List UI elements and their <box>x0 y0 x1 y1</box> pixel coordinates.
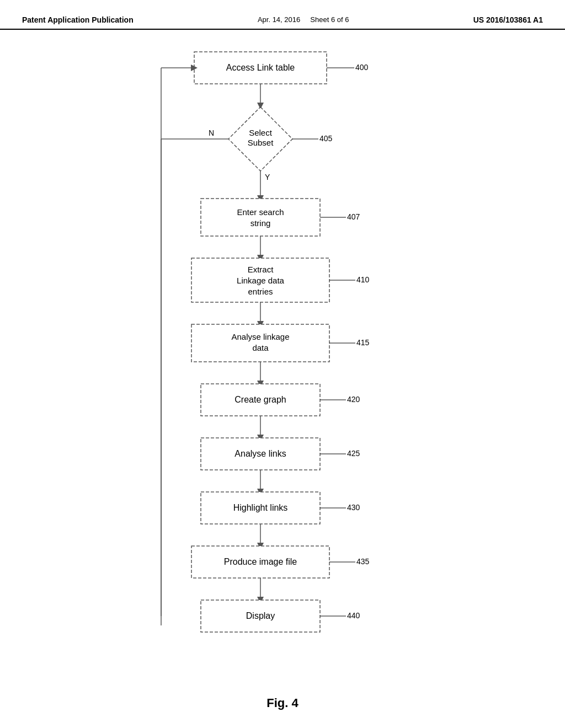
node-405-label-line1: Select <box>249 128 273 137</box>
ref-405: 405 <box>319 134 333 143</box>
node-400-label: Access Link table <box>226 63 295 72</box>
node-430-label: Highlight links <box>233 503 288 512</box>
y-label: Y <box>265 173 270 181</box>
ref-410: 410 <box>356 275 370 284</box>
node-410-label-3: entries <box>248 287 273 296</box>
node-410-label-1: Extract <box>248 265 274 274</box>
node-425-label: Analyse links <box>234 449 286 458</box>
ref-407: 407 <box>347 212 360 221</box>
ref-400: 400 <box>355 63 369 72</box>
ref-440: 440 <box>347 611 360 620</box>
node-410-label-2: Linkage data <box>237 276 285 285</box>
header-date: Apr. 14, 2016 <box>258 15 300 24</box>
node-435-label: Produce image file <box>224 557 297 566</box>
node-407-box <box>201 199 320 236</box>
header-sheet: Sheet 6 of 6 <box>310 15 349 24</box>
ref-425: 425 <box>347 449 360 458</box>
node-407-label-1: Enter search <box>237 207 284 217</box>
header: Patent Application Publication Apr. 14, … <box>0 0 565 30</box>
header-center: Apr. 14, 2016 Sheet 6 of 6 <box>258 15 349 24</box>
node-407-label-2: string <box>250 218 271 228</box>
node-420-label: Create graph <box>234 395 286 404</box>
ref-420: 420 <box>347 395 360 404</box>
ref-415: 415 <box>356 338 370 347</box>
node-405-label-line2: Subset <box>248 138 274 147</box>
figure-caption: Fig. 4 <box>0 696 565 710</box>
ref-430: 430 <box>347 503 360 512</box>
ref-435: 435 <box>356 557 370 566</box>
flowchart-svg: Access Link table 400 Select Subset 405 … <box>95 46 470 686</box>
node-415-label-2: data <box>252 343 269 352</box>
header-left-label: Patent Application Publication <box>22 15 134 24</box>
node-440-label: Display <box>246 611 275 620</box>
n-label: N <box>209 129 214 137</box>
page: Patent Application Publication Apr. 14, … <box>0 0 565 728</box>
header-right-label: US 2016/103861 A1 <box>473 15 543 24</box>
node-415-label-1: Analyse linkage <box>231 332 289 341</box>
flowchart-container: Access Link table 400 Select Subset 405 … <box>0 46 565 686</box>
